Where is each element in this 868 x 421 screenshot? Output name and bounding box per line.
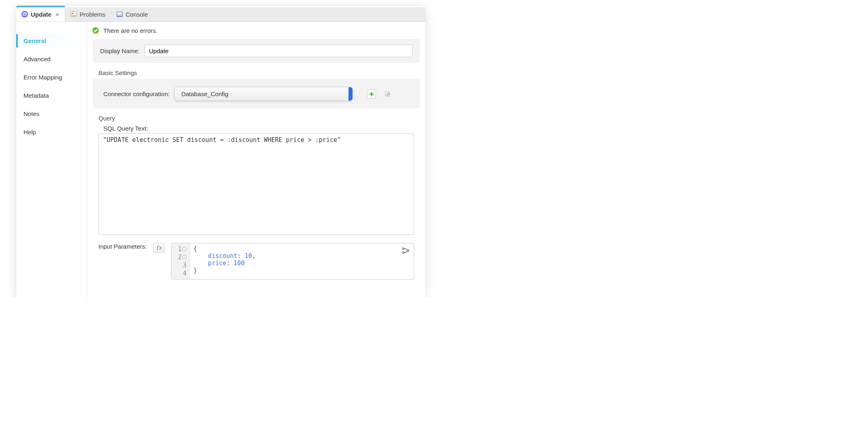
fold-icon[interactable]: − (182, 255, 186, 259)
console-icon (116, 11, 123, 18)
body: General Advanced Error Mapping Metadata … (16, 22, 425, 298)
add-connector-button[interactable] (367, 90, 376, 99)
code-brace: } (193, 267, 197, 274)
input-parameters-editor[interactable]: 1− 2− 3 4 { discount: 10, price: 100 } (171, 243, 414, 279)
editor-gutter: 1− 2− 3 4 (171, 243, 190, 279)
display-name-label: Display Name: (100, 47, 140, 54)
status-ok-icon (92, 27, 99, 34)
sidebar-item-label: Advanced (24, 56, 51, 62)
fx-button[interactable]: ƒx (153, 243, 165, 253)
connector-config-dropdown[interactable]: Database_Config (174, 87, 353, 101)
properties-window: Update × Problems Console (16, 6, 425, 298)
sidebar-item-general[interactable]: General (16, 34, 87, 47)
show-graph-icon[interactable] (402, 247, 410, 255)
basic-settings-title: Basic Settings (87, 69, 425, 76)
problems-icon (70, 11, 77, 18)
sidebar-item-label: Notes (24, 110, 39, 117)
code-number: 100 (234, 260, 245, 267)
code-body[interactable]: { discount: 10, price: 100 } (190, 243, 414, 279)
sql-query-textarea[interactable]: "UPDATE electronic SET discount = :disco… (98, 133, 414, 235)
line-number: 2 (178, 253, 182, 261)
sidebar-item-help[interactable]: Help (16, 125, 87, 139)
main-panel: There are no errors. Display Name: Basic… (87, 22, 425, 298)
edit-connector-button[interactable] (383, 90, 392, 99)
status-text: There are no errors. (103, 27, 157, 34)
tab-label: Problems (80, 11, 105, 18)
code-brace: { (193, 245, 197, 252)
code-key: discount (208, 252, 237, 260)
fold-icon[interactable]: − (182, 247, 186, 251)
code-number: 10 (245, 252, 252, 260)
sidebar-item-label: Metadata (24, 92, 49, 99)
svg-point-12 (402, 248, 404, 249)
svg-point-3 (72, 13, 73, 14)
svg-point-13 (402, 252, 404, 253)
svg-rect-7 (117, 17, 122, 17)
status-row: There are no errors. (87, 22, 425, 39)
svg-rect-10 (370, 93, 374, 95)
sql-query-text: "UPDATE electronic SET discount = :disco… (103, 136, 341, 144)
close-icon[interactable]: × (56, 11, 59, 18)
svg-rect-4 (71, 15, 76, 16)
tab-problems[interactable]: Problems (65, 7, 111, 21)
tab-label: Console (126, 11, 148, 18)
svg-rect-6 (117, 13, 122, 15)
svg-point-8 (92, 27, 99, 34)
tab-label: Update (31, 11, 51, 18)
connector-config-value: Database_Config (181, 90, 228, 97)
svg-point-0 (21, 11, 28, 17)
dropdown-arrow-icon (348, 87, 353, 101)
display-name-panel: Display Name: (93, 39, 420, 63)
tab-console[interactable]: Console (111, 7, 154, 21)
sidebar-item-label: General (24, 37, 46, 44)
basic-settings-panel: Connector configuration: Database_Config (93, 79, 420, 108)
tab-bar: Update × Problems Console (16, 7, 425, 22)
display-name-input[interactable] (145, 45, 413, 57)
svg-point-1 (23, 12, 27, 14)
tab-update[interactable]: Update × (16, 7, 65, 21)
input-parameters-label: Input Parameters: (98, 243, 147, 250)
connector-config-label: Connector configuration: (103, 90, 169, 97)
line-number: 1 (178, 245, 182, 253)
sidebar-item-error-mapping[interactable]: Error Mapping (16, 71, 87, 84)
sidebar-item-label: Help (24, 129, 36, 135)
sidebar: General Advanced Error Mapping Metadata … (16, 22, 87, 298)
sidebar-item-metadata[interactable]: Metadata (16, 89, 87, 102)
database-icon (21, 11, 28, 18)
sql-query-label: SQL Query Text: (98, 125, 414, 132)
sidebar-item-label: Error Mapping (24, 74, 62, 81)
query-title: Query (87, 114, 425, 122)
sidebar-item-notes[interactable]: Notes (16, 107, 87, 120)
svg-point-14 (407, 250, 409, 251)
line-number: 3 (183, 262, 186, 269)
line-number: 4 (183, 270, 186, 277)
sidebar-item-advanced[interactable]: Advanced (16, 52, 87, 66)
code-key: price (208, 260, 226, 267)
